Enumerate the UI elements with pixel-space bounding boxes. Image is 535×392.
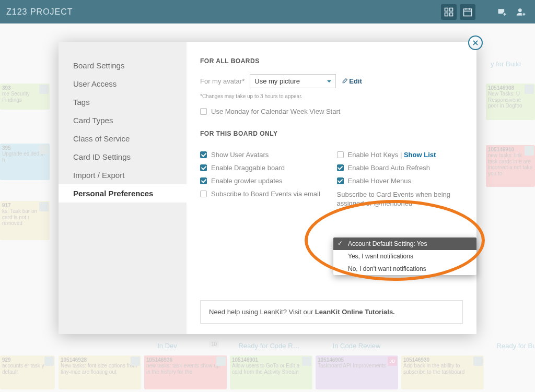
subscribe-card-events-label: Subscribe to Card Events when being assi…: [337, 190, 463, 208]
checkbox-label: Enable Draggable board: [211, 164, 285, 173]
svg-rect-2: [445, 13, 448, 16]
board-view-icon[interactable]: [441, 4, 457, 20]
checkbox-label: Enable Hover Menus: [348, 177, 411, 186]
section-this-board: FOR THIS BOARD ONLY: [200, 130, 463, 137]
edit-avatar-link[interactable]: Edit: [341, 77, 362, 85]
svg-rect-1: [450, 8, 453, 11]
svg-rect-4: [464, 9, 472, 16]
settings-sidebar: Board SettingsUser AccessTagsCard TypesC…: [59, 42, 187, 334]
checkbox-label: Subscribe to Board Events via email: [211, 190, 320, 199]
svg-rect-3: [450, 13, 453, 16]
sidebar-item-board-settings[interactable]: Board Settings: [59, 56, 187, 75]
sidebar-item-card-types[interactable]: Card Types: [59, 111, 187, 129]
dropdown-option[interactable]: No, I don't want notifications: [333, 263, 476, 275]
help-box: Need help using LeanKit? Visit our LeanK…: [200, 300, 463, 324]
avatar-label: For my avatar*: [200, 77, 245, 85]
avatar-select-value: Use my picture: [254, 77, 300, 85]
calendar-view-icon[interactable]: [460, 4, 475, 20]
monday-checkbox[interactable]: [200, 108, 207, 115]
sidebar-item-card-id-settings[interactable]: Card ID Settings: [59, 148, 187, 166]
settings-content: FOR ALL BOARDS For my avatar* Use my pic…: [187, 42, 476, 334]
subscribe-dropdown[interactable]: Account Default Setting: YesYes, I want …: [333, 237, 476, 275]
dropdown-option[interactable]: Yes, I want notifications: [333, 250, 476, 263]
top-bar: Z123 PROJECT: [0, 0, 535, 23]
avatar-select[interactable]: Use my picture: [250, 74, 336, 88]
sidebar-item-personal-preferences[interactable]: Personal Preferences: [59, 184, 187, 203]
checkbox[interactable]: [337, 151, 344, 158]
add-user-icon[interactable]: [513, 4, 529, 20]
checkbox-label: Show User Avatars: [211, 151, 269, 160]
checkbox-label: Enable Hot Keys | Show List: [348, 151, 436, 160]
settings-modal: Board SettingsUser AccessTagsCard TypesC…: [59, 42, 476, 334]
checkbox[interactable]: [200, 191, 207, 197]
checkbox[interactable]: [337, 164, 344, 171]
sidebar-item-import-export[interactable]: Import / Export: [59, 166, 187, 184]
avatar-hint: *Changes may take up to 3 hours to appea…: [200, 93, 463, 99]
dropdown-option[interactable]: Account Default Setting: Yes: [333, 237, 476, 250]
checkbox-label: Enable growler updates: [211, 177, 283, 186]
svg-rect-0: [445, 8, 448, 11]
tutorials-link[interactable]: LeanKit Online Tutorials.: [315, 308, 395, 316]
checkbox[interactable]: [200, 164, 207, 171]
sidebar-item-class-of-service[interactable]: Class of Service: [59, 129, 187, 148]
monday-label: Use Monday for Calendar Week View Start: [211, 108, 340, 116]
project-title: Z123 PROJECT: [6, 7, 73, 17]
hotkeys-link[interactable]: Show List: [404, 151, 436, 159]
section-all-boards: FOR ALL BOARDS: [200, 57, 463, 65]
checkbox[interactable]: [337, 177, 344, 184]
checkbox[interactable]: [200, 177, 207, 184]
checkbox-label: Enable Board Auto Refresh: [348, 164, 431, 173]
sidebar-item-user-access[interactable]: User Access: [59, 75, 187, 93]
add-card-icon[interactable]: [494, 4, 510, 20]
checkbox[interactable]: [200, 151, 207, 158]
sidebar-item-tags[interactable]: Tags: [59, 93, 187, 111]
svg-point-12: [518, 8, 522, 12]
